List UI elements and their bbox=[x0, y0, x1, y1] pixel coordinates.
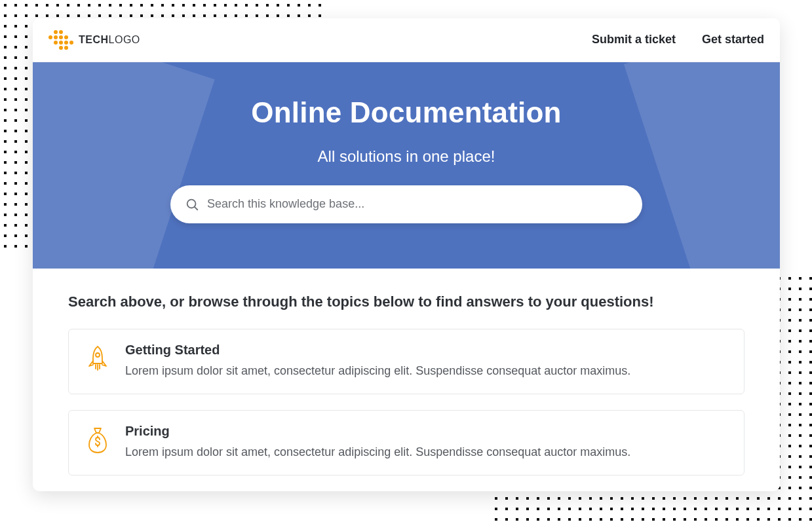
logo[interactable]: TECHLOGO bbox=[48, 30, 140, 50]
logo-text-bold: TECH bbox=[79, 34, 109, 45]
app-card: TECHLOGO Submit a ticket Get started Onl… bbox=[33, 18, 780, 491]
rocket-icon bbox=[86, 343, 109, 373]
search-box[interactable] bbox=[170, 185, 642, 223]
logo-text: TECHLOGO bbox=[79, 34, 140, 46]
svg-point-2 bbox=[96, 353, 100, 357]
hero-shape-right bbox=[624, 62, 780, 269]
main-content: Search above, or browse through the topi… bbox=[33, 269, 780, 491]
topbar: TECHLOGO Submit a ticket Get started bbox=[33, 18, 780, 62]
topic-body: Getting Started Lorem ipsum dolor sit am… bbox=[125, 343, 630, 379]
svg-line-1 bbox=[195, 207, 197, 210]
hero-title: Online Documentation bbox=[251, 96, 561, 129]
topic-title: Getting Started bbox=[125, 343, 630, 358]
nav-submit-ticket[interactable]: Submit a ticket bbox=[592, 33, 676, 47]
money-bag-icon bbox=[86, 424, 109, 454]
logo-text-thin: LOGO bbox=[109, 34, 140, 45]
search-input[interactable] bbox=[207, 197, 628, 211]
topic-getting-started[interactable]: Getting Started Lorem ipsum dolor sit am… bbox=[68, 329, 744, 394]
nav-get-started[interactable]: Get started bbox=[702, 33, 764, 47]
topic-desc: Lorem ipsum dolor sit amet, consectetur … bbox=[125, 363, 630, 379]
topic-pricing[interactable]: Pricing Lorem ipsum dolor sit amet, cons… bbox=[68, 410, 744, 475]
search-icon bbox=[185, 197, 199, 212]
topic-title: Pricing bbox=[125, 424, 630, 439]
hero-shape-left bbox=[33, 62, 215, 269]
browse-heading: Search above, or browse through the topi… bbox=[68, 293, 744, 310]
logo-mark-icon bbox=[48, 30, 73, 50]
topic-body: Pricing Lorem ipsum dolor sit amet, cons… bbox=[125, 424, 630, 460]
hero-subtitle: All solutions in one place! bbox=[318, 147, 495, 166]
top-nav: Submit a ticket Get started bbox=[592, 33, 764, 47]
hero: Online Documentation All solutions in on… bbox=[33, 62, 780, 269]
topic-desc: Lorem ipsum dolor sit amet, consectetur … bbox=[125, 444, 630, 460]
